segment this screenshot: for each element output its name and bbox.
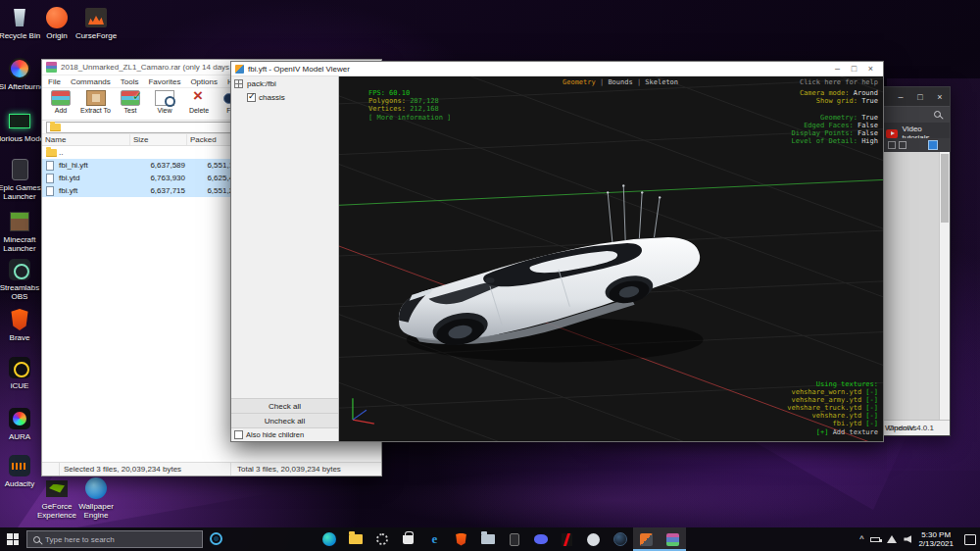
menu-file[interactable]: File (48, 77, 61, 86)
delete-button[interactable]: Delete (184, 90, 214, 114)
search-input[interactable] (45, 535, 182, 544)
checkbox-unchecked-icon[interactable] (234, 430, 243, 439)
level-of-detail-setting[interactable]: Level of Detail: High (791, 137, 878, 145)
taskbar-app-netflix[interactable] (554, 527, 580, 551)
discord-icon (534, 534, 548, 544)
taskbar-app-epic[interactable] (501, 527, 527, 551)
taskbar-app-light[interactable] (580, 527, 607, 551)
close-icon[interactable] (862, 62, 879, 75)
mode-geometry[interactable]: Geometry (563, 78, 596, 86)
taskbar-app-winrar-active[interactable] (660, 527, 686, 551)
checkbox-checked-icon[interactable] (247, 93, 256, 102)
maximize-icon[interactable] (910, 87, 930, 106)
audacity-icon (9, 455, 30, 476)
maximize-icon[interactable] (846, 62, 862, 75)
test-icon (121, 90, 140, 106)
help-link[interactable]: Click here for help (800, 78, 878, 86)
taskbar-app-folder[interactable] (474, 527, 501, 551)
file-icon (46, 186, 54, 196)
taskbar-app-discord[interactable] (527, 527, 554, 551)
add-button[interactable]: Add (46, 90, 75, 114)
geforce-experience-icon (46, 480, 68, 497)
minimize-icon[interactable] (829, 62, 846, 75)
taskbar-app-browser[interactable]: e (421, 527, 448, 551)
battery-icon[interactable] (870, 537, 880, 542)
test-button[interactable]: Test (116, 90, 145, 114)
texture-entry[interactable]: fbi.ytd [-] (833, 420, 878, 427)
also-hide-children-option[interactable]: Also hide children (231, 427, 338, 441)
edged-faces-setting[interactable]: Edged Faces: False (804, 122, 878, 129)
menu-favorites[interactable]: Favorites (148, 77, 180, 86)
streamlabs-obs-icon (9, 259, 30, 280)
desktop-icon-wallpaper-engine[interactable]: Wallpaper Engine (68, 476, 124, 520)
openiv-icon (640, 533, 653, 546)
menu-tools[interactable]: Tools (121, 77, 139, 86)
taskbar-app-openiv-active[interactable] (633, 527, 660, 551)
archive-path-dropdown[interactable] (46, 122, 242, 133)
texture-entry[interactable]: vehshare_army.ytd [-] (791, 396, 878, 404)
cortana-button[interactable] (210, 532, 222, 545)
network-icon[interactable] (887, 535, 897, 543)
texture-entry[interactable]: vehshare_truck.ytd [-] (787, 404, 878, 412)
show-grid-setting[interactable]: Show grid: True (816, 97, 878, 105)
extract-icon (86, 90, 106, 106)
extract-to-button[interactable]: Extract To (80, 90, 111, 114)
minimize-icon[interactable] (891, 87, 910, 106)
remove-texture-icon: [-] (865, 396, 878, 404)
render-mode-tabs: Geometry | Bounds | Skeleton (563, 78, 678, 86)
uncheck-all-button[interactable]: Uncheck all (231, 413, 338, 427)
viewport[interactable]: Geometry | Bounds | Skeleton Click here … (339, 76, 883, 441)
scrollbar-thumb[interactable] (941, 154, 949, 223)
wallpaper-engine-icon (85, 477, 107, 499)
taskbar-app-brave[interactable] (448, 527, 474, 551)
mode-bounds[interactable]: Bounds (608, 78, 632, 86)
tree-root-pack-fbi[interactable]: pack:/fbi (231, 76, 338, 91)
view-button[interactable]: View (150, 90, 179, 114)
tree-item-chassis[interactable]: chassis (231, 91, 338, 104)
menu-commands[interactable]: Commands (71, 77, 111, 86)
model-tree-panel: pack:/fbi chassis Check all Uncheck all … (231, 76, 339, 441)
start-button[interactable] (0, 527, 25, 551)
taskbar-app-edge[interactable] (316, 527, 342, 551)
steam-icon (613, 532, 627, 546)
search-icon[interactable] (934, 111, 941, 118)
texture-entry[interactable]: vehshare.ytd [-] (812, 412, 878, 420)
taskbar-search[interactable] (26, 530, 203, 548)
hidden-icons-chevron[interactable]: ^ (859, 534, 863, 544)
desktop-icon-label: Wallpaper Engine (68, 502, 124, 520)
check-all-button[interactable]: Check all (231, 398, 338, 413)
clock[interactable]: 5:30 PM 2/13/2021 (918, 530, 954, 548)
grid-view-icon[interactable] (899, 141, 906, 149)
list-view-icon[interactable] (888, 141, 896, 149)
edge-icon (322, 532, 336, 546)
volume-icon[interactable] (904, 535, 911, 543)
mode-skeleton[interactable]: Skeleton (645, 78, 678, 86)
taskbar-app-file-explorer[interactable] (342, 527, 368, 551)
polygons-counter: Polygons: 287,128 (368, 97, 439, 105)
msi-afterburner-icon (9, 58, 30, 79)
antennas (608, 185, 660, 242)
info-icon[interactable] (928, 140, 938, 150)
texture-entry[interactable]: vehshare_worn.ytd [-] (791, 388, 878, 396)
model-viewer-titlebar[interactable]: fbi.yft - OpenIV Model Viewer (231, 62, 883, 76)
geometry-setting[interactable]: Geometry: True (820, 114, 878, 122)
column-size[interactable]: Size (130, 134, 187, 145)
notification-center-icon[interactable] (964, 534, 976, 545)
desktop-icon-curseforge[interactable]: CurseForge (68, 5, 124, 40)
display-points-setting[interactable]: Display Points: False (791, 129, 878, 137)
more-information-link[interactable]: [ More information ] (368, 114, 451, 122)
close-icon[interactable] (930, 87, 950, 106)
add-texture-button[interactable]: [+] Add texture (816, 428, 878, 436)
column-name[interactable]: Name (42, 134, 130, 145)
brave-icon (11, 309, 29, 330)
view-icon (155, 90, 174, 106)
curseforge-icon (85, 8, 107, 27)
winrar-status-bar: Selected 3 files, 20,039,234 bytes Total… (42, 462, 381, 476)
scrollbar[interactable] (939, 152, 950, 420)
desktop-icon-label: CurseForge (68, 31, 124, 40)
taskbar-app-steam[interactable] (607, 527, 633, 551)
camera-mode-setting[interactable]: Camera mode: Around (800, 89, 878, 97)
menu-options[interactable]: Options (190, 77, 218, 86)
taskbar-app-settings[interactable] (368, 527, 395, 551)
taskbar-app-store[interactable] (395, 527, 421, 551)
